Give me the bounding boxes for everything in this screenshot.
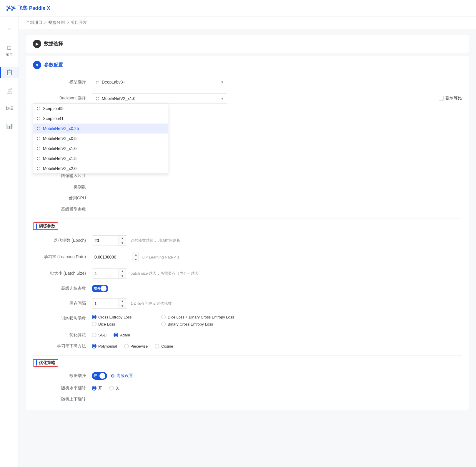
backbone-option-mobilenetv2-x05[interactable]: ⬡ MobileNetV2_x0.5 — [33, 134, 168, 144]
advanced-model-params-row: 高级模型参数 — [33, 204, 462, 215]
sidebar-item-data[interactable]: 数据 — [3, 103, 16, 113]
random-flip-h-group: 开 关 — [92, 386, 119, 391]
backbone-option-mobilenetv2-x10[interactable]: ⬡ MobileNetV2_x1.0 — [33, 144, 168, 154]
train-params-label: 训练参数 — [39, 224, 55, 229]
loss-dice-binary-text: Dice Loss + Binary Cross Entropy Loss — [168, 315, 234, 319]
backbone-option-xception65[interactable]: ⬡ Xception65 — [33, 104, 168, 114]
save-interval-row: 保存间隔 ▲ ▼ 1 ≤ 保存间隔 ≤ 迭代轮数 — [33, 295, 462, 312]
model-select-dropdown[interactable]: ◻ DeepLabv3+ ▾ — [92, 77, 227, 87]
optimizer-sgd[interactable]: SGD — [92, 333, 106, 337]
force-ratio-checkbox[interactable] — [439, 96, 444, 101]
optimizer-row: 优化算法 SGD Adam — [33, 329, 462, 341]
loss-binary-text: Binary Cross Entropy Loss — [168, 322, 213, 326]
sidebar-label-data: 数据 — [6, 106, 13, 111]
toggle-on-text: 展开 — [94, 286, 101, 291]
loss-dice-binary[interactable]: Dice Loss + Binary Cross Entropy Loss — [161, 315, 234, 319]
save-interval-input[interactable] — [92, 298, 119, 308]
optim-strategy-section: 优化策略 — [33, 359, 462, 367]
model-select-icon: ◻ — [96, 79, 99, 85]
category-count-label: 类别数 — [33, 184, 92, 190]
lr-piecewise[interactable]: Piecewise — [124, 344, 148, 348]
force-ratio-label: 强制等比 — [445, 96, 462, 101]
train-params-section: 训练参数 — [33, 222, 462, 230]
learning-rate-row: 学习率 (Learning Rate) ▲ ▼ 0 < Learning Rat… — [33, 249, 462, 265]
menu-icon: ≡ — [8, 25, 11, 31]
loss-function-row: 训练损失函数 Cross Entropy Loss Dice Loss + Bi… — [33, 312, 462, 329]
model-select-value: DeepLabv3+ — [102, 80, 125, 84]
backbone-opt-icon2: ⬡ — [37, 116, 41, 121]
breadcrumb-disk-seg[interactable]: 视盘分割 — [48, 20, 65, 25]
random-flip-v-label: 随机上下翻转 — [33, 397, 92, 402]
loss-dice-text: Dice Loss — [98, 322, 115, 326]
sidebar: ≡ □ 项目 📋 📄 数据 📊 — [0, 16, 19, 467]
advanced-train-row: 高级训练参数 展开 — [33, 282, 462, 295]
flip-h-off-radio — [109, 386, 114, 391]
train-params-bar — [36, 224, 37, 229]
optim-strategy-label: 优化策略 — [39, 360, 55, 366]
save-interval-decrement[interactable]: ▼ — [119, 303, 126, 308]
backbone-option-mobilenetv2-x15[interactable]: ⬡ MobileNetV2_x1.5 — [33, 154, 168, 164]
sidebar-item-chart[interactable]: 📊 — [4, 120, 15, 131]
loss-cross-entropy[interactable]: Cross Entropy Loss — [92, 315, 157, 319]
learning-rate-input[interactable] — [92, 252, 132, 262]
lr-polynomial[interactable]: Polynomial — [92, 344, 117, 348]
lr-decay-label: 学习率下降方法 — [33, 343, 92, 349]
sidebar-item-files[interactable]: 📋 — [0, 67, 19, 78]
divider-2 — [33, 355, 462, 356]
save-interval-spinner: ▲ ▼ — [119, 298, 126, 308]
loss-dice[interactable]: Dice Loss — [92, 322, 157, 326]
data-select-section: ▶ 数据选择 — [26, 35, 469, 53]
loss-binary-cross-entropy[interactable]: Binary Cross Entropy Loss — [161, 322, 234, 326]
optimizer-group: SGD Adam — [92, 333, 130, 337]
train-params-label-wrapper: 训练参数 — [33, 222, 58, 230]
lr-decrement[interactable]: ▼ — [132, 257, 139, 262]
breadcrumb-all-projects[interactable]: 全部项目 — [26, 20, 42, 25]
data-augment-toggle-text: 开 — [94, 373, 97, 378]
advanced-train-toggle[interactable]: 展开 — [92, 285, 108, 292]
backbone-opt-icon4: ⬡ — [37, 136, 41, 141]
epoch-row: 迭代轮数 (Epoch) ▲ ▼ 迭代轮数越多，训练时间越长 — [33, 232, 462, 249]
sidebar-item-project[interactable]: □ 项目 — [4, 42, 15, 60]
content-area: 全部项目 > 视盘分割 > 项目开发 ▶ 数据选择 ▾ — [19, 16, 476, 467]
flip-h-on[interactable]: 开 — [92, 386, 102, 391]
divider-1 — [33, 219, 462, 219]
lr-increment[interactable]: ▲ — [132, 252, 139, 257]
epoch-input[interactable] — [92, 236, 119, 246]
backbone-option-mobilenetv2-x20[interactable]: ⬡ MobileNetV2_x2.0 — [33, 164, 168, 174]
batch-size-spinner: ▲ ▼ — [119, 268, 126, 278]
optimizer-adam-radio — [114, 333, 118, 337]
sidebar-item-doc[interactable]: 📄 — [4, 85, 15, 96]
save-interval-control: ▲ ▼ 1 ≤ 保存间隔 ≤ 迭代轮数 — [92, 298, 462, 309]
loss-cross-entropy-radio — [92, 315, 96, 319]
param-config-icon: ▾ — [33, 61, 41, 69]
batch-size-input[interactable] — [92, 268, 119, 278]
param-config-section: ▾ 参数配置 模型选择 ◻ DeepLabv3+ ▾ — [26, 56, 469, 410]
backbone-select-trigger[interactable]: ⬡ MobileNetV2_x1.0 ▾ — [92, 93, 227, 104]
backbone-option-mobilenetv2-x025[interactable]: ⬡ MobileNetV2_x0.25 — [33, 124, 168, 134]
loss-cross-entropy-text: Cross Entropy Loss — [98, 315, 132, 319]
loss-dice-binary-radio — [161, 315, 166, 319]
epoch-spinner: ▲ ▼ — [119, 236, 126, 246]
use-gpu-row: 使用GPU — [33, 193, 462, 204]
learning-rate-label: 学习率 (Learning Rate) — [33, 254, 92, 260]
advanced-settings-btn[interactable]: ⚙ 高级设置 — [111, 373, 133, 379]
epoch-decrement[interactable]: ▼ — [119, 241, 126, 246]
files-icon: 📋 — [6, 69, 13, 76]
batch-increment[interactable]: ▲ — [119, 268, 126, 273]
lr-cosine[interactable]: Cosine — [155, 344, 173, 348]
data-augment-toggle[interactable]: 开 — [92, 372, 107, 380]
doc-icon: 📄 — [6, 87, 13, 94]
save-interval-increment[interactable]: ▲ — [119, 298, 126, 303]
flip-h-off[interactable]: 关 — [109, 386, 119, 391]
epoch-label: 迭代轮数 (Epoch) — [33, 238, 92, 243]
sidebar-item-menu[interactable]: ≡ — [5, 22, 14, 34]
save-interval-label: 保存间隔 — [33, 301, 92, 306]
epoch-increment[interactable]: ▲ — [119, 236, 126, 241]
batch-decrement[interactable]: ▼ — [119, 273, 126, 278]
backbone-option-xception41[interactable]: ⬡ Xception41 — [33, 114, 168, 124]
optimizer-adam[interactable]: Adam — [114, 333, 130, 337]
flip-h-off-text: 关 — [116, 386, 119, 391]
random-flip-h-control: 开 关 — [92, 386, 462, 391]
advanced-model-params-label: 高级模型参数 — [33, 207, 92, 212]
toggle-knob — [101, 286, 106, 291]
